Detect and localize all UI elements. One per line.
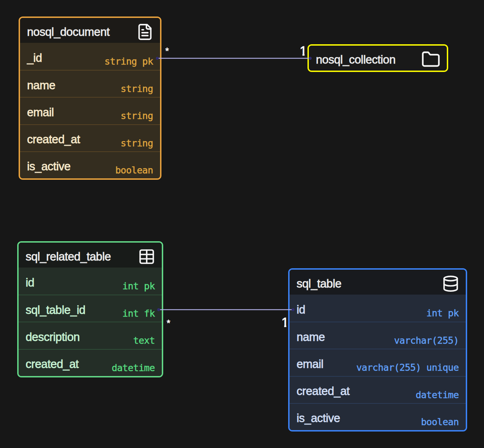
field-name: created_at [297, 384, 350, 398]
field-name: email [27, 106, 54, 119]
field-type: string [121, 138, 153, 149]
diagram-canvas[interactable]: nosql_document _id string pk name string… [0, 0, 484, 448]
field-row-email[interactable]: email varchar(255) unique [290, 349, 466, 376]
cardinality-label-target: 1 [281, 316, 289, 329]
table-node-nosql_collection[interactable]: nosql_collection [307, 44, 448, 72]
table-header-nosql_document[interactable]: nosql_document [20, 18, 160, 43]
table-title: nosql_collection [316, 53, 396, 66]
field-row-created_at[interactable]: created_at string [20, 124, 160, 151]
table-header-sql_related_table[interactable]: sql_related_table [19, 243, 162, 268]
database-icon [442, 275, 459, 292]
field-type: varchar(255) [394, 335, 459, 346]
field-name: description [26, 330, 80, 344]
file-text-icon [136, 23, 154, 41]
field-name: is_active [27, 160, 71, 173]
field-row-email[interactable]: email string [20, 97, 160, 124]
table-node-sql_related_table[interactable]: sql_related_table id int pk sql_table_id… [17, 241, 163, 377]
field-type: boolean [421, 416, 459, 427]
field-name: created_at [27, 133, 80, 146]
field-type: int pk [426, 308, 459, 318]
field-row-created_at[interactable]: created_at datetime [19, 349, 162, 376]
table-icon [138, 248, 155, 265]
field-row-is_active[interactable]: is_active boolean [290, 403, 466, 430]
field-name: email [297, 357, 323, 371]
table-header-nosql_collection[interactable]: nosql_collection [309, 46, 447, 71]
field-row-id[interactable]: id int pk [19, 268, 162, 295]
field-row-description[interactable]: description text [19, 322, 162, 349]
field-type: int fk [122, 308, 155, 319]
field-type: boolean [115, 165, 153, 176]
cardinality-label-source: * [165, 46, 169, 55]
field-name: name [297, 330, 325, 344]
table-title: sql_table [297, 277, 342, 290]
field-name: name [27, 79, 55, 92]
table-title: sql_related_table [26, 250, 111, 263]
field-name: is_active [297, 411, 340, 425]
field-row-is_active[interactable]: is_active boolean [20, 151, 160, 178]
field-row-_id[interactable]: _id string pk [20, 43, 160, 70]
field-type: string pk [105, 56, 153, 67]
field-name: created_at [26, 357, 79, 371]
table-fields: _id string pk name string email string c… [20, 43, 160, 178]
table-fields: id int pk name varchar(255) email varcha… [290, 295, 466, 430]
table-node-sql_table[interactable]: sql_table id int pk name varchar(255) em… [288, 268, 467, 431]
field-type: text [133, 335, 155, 346]
field-type: varchar(255) unique [356, 362, 459, 373]
table-header-sql_table[interactable]: sql_table [290, 270, 466, 295]
table-title: nosql_document [27, 25, 110, 39]
cardinality-label-source: * [167, 318, 170, 328]
table-node-nosql_document[interactable]: nosql_document _id string pk name string… [19, 17, 161, 180]
field-row-name[interactable]: name string [20, 70, 160, 97]
table-fields: id int pk sql_table_id int fk descriptio… [19, 268, 162, 376]
field-row-sql_table_id[interactable]: sql_table_id int fk [19, 295, 162, 322]
field-row-id[interactable]: id int pk [290, 295, 466, 322]
field-type: string [121, 110, 153, 121]
folder-icon [421, 50, 440, 69]
field-name: sql_table_id [26, 303, 85, 317]
field-row-name[interactable]: name varchar(255) [290, 322, 466, 349]
field-name: id [297, 303, 305, 316]
field-row-created_at[interactable]: created_at datetime [290, 376, 466, 403]
field-type: int pk [122, 281, 155, 291]
cardinality-label-target: 1 [300, 45, 307, 58]
field-type: string [121, 83, 153, 94]
field-name: id [26, 276, 34, 289]
field-type: datetime [112, 362, 155, 373]
field-type: datetime [416, 389, 459, 400]
field-name: _id [27, 51, 42, 65]
